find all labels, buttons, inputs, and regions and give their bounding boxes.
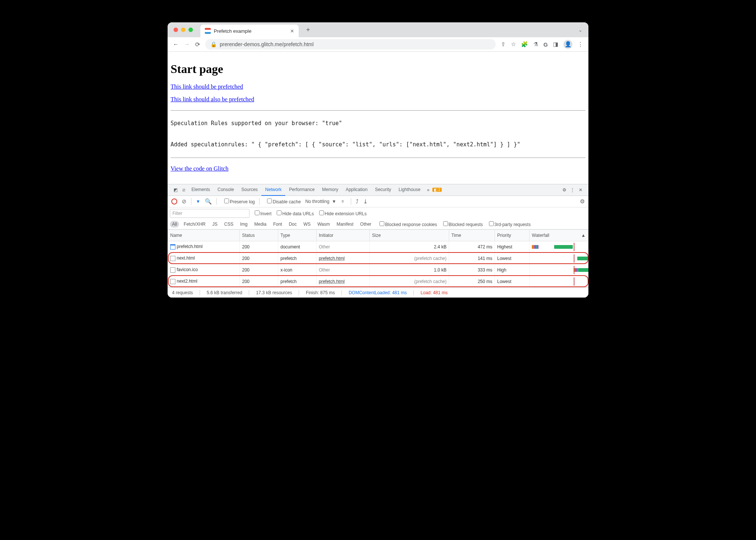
filter-chip-doc[interactable]: Doc [286,221,299,228]
filter-chip-all[interactable]: All [170,221,179,228]
tab-title: Prefetch example [214,28,251,34]
devtools-tab-security[interactable]: Security [371,184,395,195]
traffic-lights [174,28,193,32]
record-button[interactable] [171,198,177,204]
filter-chip-js[interactable]: JS [210,221,220,228]
share-icon[interactable]: ⇧ [501,41,506,48]
col-priority[interactable]: Priority [495,229,530,241]
browser-tab[interactable]: Prefetch example ✕ [200,25,299,37]
request-row[interactable]: prefetch.html200documentOther2.4 kB472 m… [168,241,589,252]
devtools-tab-performance[interactable]: Performance [285,184,318,195]
request-row[interactable]: favicon.ico200x-iconOther1.0 kB333 msHig… [168,264,589,276]
extensions-icon[interactable]: 🧩 [521,41,528,48]
devtools-tab-elements[interactable]: Elements [188,184,214,195]
clear-button[interactable]: ⊘ [182,198,187,205]
col-waterfall[interactable]: Waterfall ▲ [530,229,588,241]
filter-toggle-icon[interactable]: ▼ [196,199,200,204]
blocked-requests-checkbox[interactable]: Blocked requests [439,221,483,227]
network-settings-icon[interactable]: ⚙ [580,198,585,205]
col-name[interactable]: Name [168,229,240,241]
page-heading: Start page [171,62,585,76]
prefetch-link-1[interactable]: This link should be prefetched [171,83,243,90]
filter-chip-css[interactable]: CSS [222,221,236,228]
network-toolbar: ⊘ ▼ 🔍 Preserve log Disable cache No thro… [168,196,588,207]
disable-cache-checkbox[interactable]: Disable cache [264,198,301,204]
network-conditions-icon[interactable]: ᯤ [341,198,346,204]
tab-list-chevron-icon[interactable]: ⌄ [578,27,582,33]
forward-button[interactable]: → [184,41,190,48]
network-table: NameStatusTypeInitiatorSizeTimePriorityW… [168,229,588,288]
status-requests: 4 requests [172,290,193,295]
throttling-select[interactable]: No throttling ▼ [305,199,336,204]
sidepanel-icon[interactable]: ◨ [553,41,558,48]
request-row[interactable]: next.html200prefetchprefetch.html(prefet… [168,252,589,264]
prefetch-link-2[interactable]: This link should also be prefetched [171,96,254,102]
filter-chip-ws[interactable]: WS [301,221,313,228]
filter-chip-font[interactable]: Font [271,221,284,228]
divider [171,110,585,111]
devtools-tab-lighthouse[interactable]: Lighthouse [395,184,424,195]
status-resources: 17.3 kB resources [256,290,292,295]
col-status[interactable]: Status [240,229,278,241]
col-size[interactable]: Size [370,229,449,241]
devtools-tab-memory[interactable]: Memory [318,184,342,195]
warning-badge[interactable]: ◧ 2 [432,188,442,192]
devtools-tab-network[interactable]: Network [261,184,285,196]
inspect-icon[interactable]: ◩ [171,187,180,193]
url-input[interactable]: 🔒 prerender-demos.glitch.me/prefetch.htm… [205,39,496,50]
filter-chip-img[interactable]: Img [238,221,250,228]
more-tabs-icon[interactable]: » [424,187,432,193]
back-button[interactable]: ← [173,41,179,48]
hide-ext-urls-checkbox[interactable]: Hide extension URLs [315,210,367,216]
reload-button[interactable]: ⟳ [195,41,200,48]
third-party-checkbox[interactable]: 3rd-party requests [485,221,531,227]
blocked-cookies-checkbox[interactable]: Blocked response cookies [376,221,437,227]
devtools-tabs: ◩ ⎚ ElementsConsoleSourcesNetworkPerform… [168,184,588,196]
devtools-tab-application[interactable]: Application [342,184,371,195]
device-toggle-icon[interactable]: ⎚ [180,187,188,193]
invert-checkbox[interactable]: Invert [251,210,271,216]
settings-icon[interactable]: ⚙ [560,187,568,193]
col-time[interactable]: Time [449,229,495,241]
import-har-icon[interactable]: ⤴ [356,198,359,204]
request-row[interactable]: next2.html200prefetchprefetch.html(prefe… [168,276,589,287]
preserve-log-checkbox[interactable]: Preserve log [221,198,255,204]
new-tab-button[interactable]: + [306,26,310,34]
filter-chip-manifest[interactable]: Manifest [334,221,356,228]
network-status-bar: 4 requests 5.6 kB transferred 17.3 kB re… [168,288,588,298]
toolbar-icons: ⇧ ☆ 🧩 ⚗ G ◨ 👤 ⋮ [501,40,583,49]
filter-chip-media[interactable]: Media [252,221,269,228]
lock-icon: 🔒 [210,41,217,47]
search-icon[interactable]: 🔍 [205,198,212,205]
minimize-window-button[interactable] [181,28,185,32]
status-load: Load: 481 ms [420,290,448,295]
url-text: prerender-demos.glitch.me/prefetch.html [220,41,314,47]
devtools-panel: ◩ ⎚ ElementsConsoleSourcesNetworkPerform… [168,184,588,298]
filter-chip-wasm[interactable]: Wasm [315,221,332,228]
page-content: Start page This link should be prefetche… [168,52,588,184]
export-har-icon[interactable]: ⤓ [363,198,368,205]
network-filters: Filter Invert Hide data URLs Hide extens… [168,207,588,229]
glitch-link[interactable]: View the code on Glitch [171,165,228,172]
devtools-tab-console[interactable]: Console [214,184,238,195]
kebab-icon[interactable]: ⋮ [568,187,576,193]
devtools-tab-sources[interactable]: Sources [238,184,261,195]
close-devtools-icon[interactable]: ✕ [576,187,585,193]
close-tab-button[interactable]: ✕ [290,28,294,34]
filter-input[interactable]: Filter [170,209,250,218]
status-finish: Finish: 875 ms [306,290,335,295]
zoom-window-button[interactable] [188,28,193,32]
close-window-button[interactable] [174,28,178,32]
favicon-icon [205,28,211,34]
col-type[interactable]: Type [278,229,317,241]
col-initiator[interactable]: Initiator [317,229,370,241]
status-dcl: DOMContentLoaded: 481 ms [349,290,407,295]
filter-chip-fetch-xhr[interactable]: Fetch/XHR [181,221,208,228]
bookmark-icon[interactable]: ☆ [511,41,516,48]
google-icon[interactable]: G [543,41,548,48]
hide-data-urls-checkbox[interactable]: Hide data URLs [273,210,314,216]
labs-icon[interactable]: ⚗ [533,41,538,48]
menu-icon[interactable]: ⋮ [578,41,583,48]
profile-avatar[interactable]: 👤 [563,40,572,49]
filter-chip-other[interactable]: Other [358,221,374,228]
